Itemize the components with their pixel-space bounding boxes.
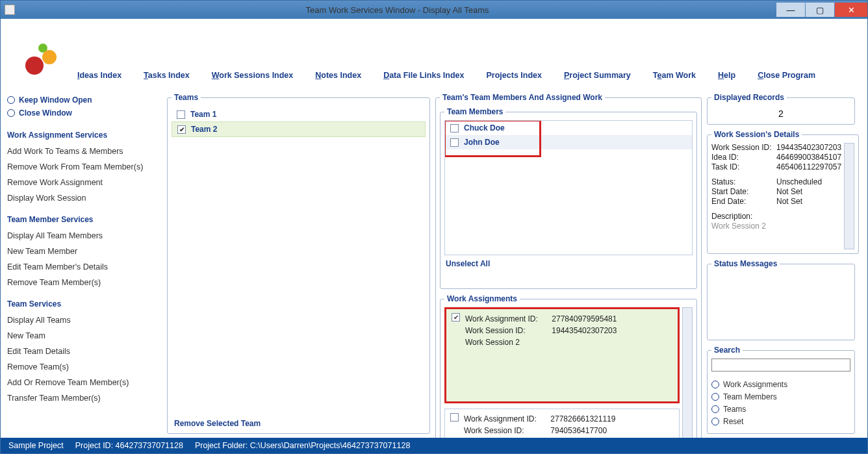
- displayed-records-box: Displayed Records 2: [707, 93, 855, 125]
- window-buttons: — ▢ ✕: [776, 3, 867, 17]
- work-session-details-box: Work Session's Details Work Session ID:1…: [707, 130, 859, 254]
- member-row[interactable]: John Doe: [445, 135, 692, 149]
- assign-legend: Work Assignments: [444, 294, 520, 303]
- link-display-work-session[interactable]: Display Work Session: [7, 194, 162, 203]
- assignment-item[interactable]: ✔ Work Assignment ID: 277840979595481 Wo…: [444, 307, 680, 403]
- team-row[interactable]: Team 1: [172, 107, 426, 121]
- members-legend: Team Members: [444, 107, 505, 116]
- window-title: Team Work Services Window - Display All …: [19, 5, 776, 15]
- members-list: Chuck Doe John Doe: [444, 120, 693, 255]
- menu-help[interactable]: Help: [718, 71, 735, 80]
- team-members-panel: Team's Team Members And Assigned Work Te…: [435, 92, 702, 434]
- radio-icon: [7, 96, 15, 104]
- sidebar: Keep Window Open Close Window Work Assig…: [7, 92, 162, 434]
- checkbox-icon[interactable]: [450, 124, 459, 132]
- link-remove-work-assignment[interactable]: Remove Work Assignment: [7, 178, 162, 187]
- status-project-id: Project ID: 464273737071128: [75, 441, 183, 450]
- search-opt-team-members[interactable]: Team Members: [711, 392, 850, 401]
- scrollbar[interactable]: [844, 143, 854, 249]
- title-bar[interactable]: Team Work Services Window - Display All …: [1, 1, 867, 19]
- close-button[interactable]: ✕: [835, 3, 867, 17]
- checkbox-icon[interactable]: [177, 110, 185, 119]
- radio-icon: [711, 393, 719, 401]
- scrollbar[interactable]: [682, 307, 693, 438]
- maximize-button[interactable]: ▢: [806, 3, 834, 17]
- radio-icon: [711, 405, 719, 413]
- window-root: Team Work Services Window - Display All …: [0, 0, 868, 454]
- radio-icon: [711, 381, 719, 388]
- middle-legend: Team's Team Members And Assigned Work: [440, 93, 605, 102]
- link-remove-work-member[interactable]: Remove Work From Team Member(s): [7, 162, 162, 171]
- status-messages-box: Status Messages: [707, 259, 855, 340]
- checkbox-icon[interactable]: ✔: [177, 125, 186, 134]
- link-display-all-teams[interactable]: Display All Teams: [7, 316, 162, 325]
- member-label: John Doe: [464, 138, 500, 147]
- right-panel: Displayed Records 2 Work Session's Detai…: [707, 92, 855, 434]
- unselect-all-members[interactable]: Unselect All: [446, 259, 490, 268]
- team-row[interactable]: ✔ Team 2: [172, 121, 426, 137]
- status-messages-legend: Status Messages: [711, 259, 780, 268]
- checkbox-icon[interactable]: [450, 138, 459, 147]
- displayed-records-legend: Displayed Records: [711, 93, 787, 102]
- checkbox-icon[interactable]: [450, 413, 459, 422]
- search-legend: Search: [711, 346, 743, 355]
- menu-work-sessions[interactable]: Work Sessions Index: [212, 71, 294, 80]
- details-legend: Work Session's Details: [711, 130, 802, 139]
- menu-project-summary[interactable]: Project Summary: [564, 71, 631, 80]
- link-remove-team-member[interactable]: Remove Team Member(s): [7, 278, 162, 287]
- search-opt-teams[interactable]: Teams: [711, 405, 850, 414]
- team-label: Team 1: [190, 110, 216, 119]
- link-remove-team[interactable]: Remove Team(s): [7, 362, 162, 372]
- heading-team-services: Team Services: [7, 299, 162, 309]
- checkbox-icon[interactable]: ✔: [452, 313, 460, 322]
- java-icon: [5, 5, 15, 15]
- app-logo: [20, 38, 66, 84]
- teams-list: Team 1 ✔ Team 2: [172, 107, 426, 414]
- radio-icon: [7, 109, 15, 117]
- search-opt-work-assignments[interactable]: Work Assignments: [711, 380, 850, 389]
- menu-close-program[interactable]: Close Program: [758, 71, 815, 80]
- teams-panel: Teams Team 1 ✔ Team 2 Remove Selected Te…: [167, 92, 430, 434]
- link-add-remove-members[interactable]: Add Or Remove Team Member(s): [7, 378, 162, 387]
- link-transfer-members[interactable]: Transfer Team Member(s): [7, 394, 162, 403]
- link-new-team[interactable]: New Team: [7, 331, 162, 340]
- details-content: Work Session ID:194435402307203 Idea ID:…: [711, 143, 841, 249]
- heading-team-member: Team Member Services: [7, 215, 162, 224]
- link-add-work[interactable]: Add Work To Teams & Members: [7, 147, 162, 156]
- menu-projects[interactable]: Projects Index: [487, 71, 542, 80]
- menu-data-file-links[interactable]: Data File Links Index: [383, 71, 464, 80]
- minimize-button[interactable]: —: [776, 3, 805, 17]
- menu-bar: Ideas Index Tasks Index Work Sessions In…: [77, 71, 815, 84]
- keep-window-open-radio[interactable]: Keep Window Open: [7, 95, 162, 105]
- work-assignments-box: Work Assignments ✔ Work Assignment ID: 2…: [440, 294, 697, 438]
- status-project: Sample Project: [8, 441, 64, 450]
- displayed-records-count: 2: [711, 106, 850, 120]
- content-area: Keep Window Open Close Window Work Assig…: [1, 92, 867, 438]
- team-label: Team 2: [191, 125, 217, 134]
- close-window-radio[interactable]: Close Window: [7, 108, 162, 118]
- assignment-item[interactable]: Work Assignment ID: 277826661321119 Work…: [444, 409, 680, 438]
- link-display-all-members[interactable]: Display All Team Members: [7, 231, 162, 240]
- header-area: Ideas Index Tasks Index Work Sessions In…: [1, 19, 867, 92]
- member-row[interactable]: Chuck Doe: [445, 121, 692, 135]
- remove-selected-team[interactable]: Remove Selected Team: [172, 414, 426, 429]
- link-edit-team[interactable]: Edit Team Details: [7, 347, 162, 356]
- heading-work-assignment: Work Assignment Services: [7, 131, 162, 140]
- link-edit-team-member[interactable]: Edit Team Member's Details: [7, 262, 162, 271]
- search-opt-reset[interactable]: Reset: [711, 417, 850, 426]
- link-new-team-member[interactable]: New Team Member: [7, 247, 162, 256]
- teams-legend: Teams: [172, 93, 201, 102]
- status-project-folder: Project Folder: C:\Users\Darren\Projects…: [195, 441, 410, 450]
- assignment-text: Work Assignment ID: 277826661321119 Work…: [464, 413, 615, 438]
- menu-tasks[interactable]: Tasks Index: [144, 71, 190, 80]
- search-input[interactable]: [711, 359, 850, 372]
- menu-ideas[interactable]: Ideas Index: [77, 71, 121, 80]
- menu-team-work[interactable]: Team Work: [653, 71, 696, 80]
- search-box: Search Work Assignments Team Members Tea…: [707, 346, 855, 434]
- member-label: Chuck Doe: [464, 123, 505, 132]
- assignment-text: Work Assignment ID: 277840979595481 Work…: [465, 313, 617, 397]
- team-members-box: Team Members Chuck Doe John Doe: [440, 107, 697, 289]
- radio-icon: [711, 418, 719, 425]
- assignments-list: ✔ Work Assignment ID: 277840979595481 Wo…: [444, 307, 680, 438]
- menu-notes[interactable]: Notes Index: [315, 71, 361, 80]
